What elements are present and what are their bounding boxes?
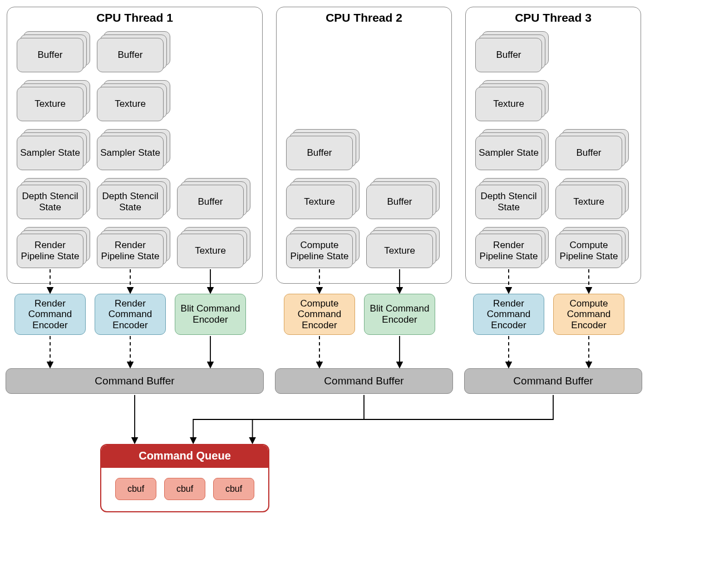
resource-stack-rps: Render Pipeline State: [17, 227, 90, 270]
cbuf-chip: cbuf: [115, 478, 156, 500]
stack-label: Buffer: [475, 38, 542, 72]
cce-encoder: Compute Command Encoder: [553, 294, 624, 335]
resource-stack-depth: Depth Stencil State: [17, 178, 90, 221]
stack-label: Buffer: [286, 136, 353, 170]
resource-stack-texture: Texture: [286, 178, 360, 221]
resource-stack-buffer: Buffer: [555, 129, 629, 172]
resource-stack-texture: Texture: [366, 227, 440, 270]
resource-stack-texture: Texture: [475, 80, 549, 123]
stack-label: Render Pipeline State: [97, 234, 164, 268]
stack-label: Depth Stencil State: [97, 185, 164, 219]
queue-title: Command Queue: [101, 445, 268, 468]
cbuf-chip: cbuf: [213, 478, 254, 500]
cce-encoder: Compute Command Encoder: [284, 294, 355, 335]
stack-label: Texture: [17, 87, 83, 121]
stack-label: Depth Stencil State: [475, 185, 542, 219]
thread-title: CPU Thread 1: [7, 11, 263, 24]
thread-title: CPU Thread 2: [276, 11, 452, 24]
command-buffer: Command Buffer: [464, 368, 642, 394]
resource-stack-texture: Texture: [177, 227, 250, 270]
resource-stack-texture: Texture: [555, 178, 629, 221]
stack-label: Render Pipeline State: [475, 234, 542, 268]
stack-label: Texture: [177, 234, 244, 268]
stack-label: Texture: [97, 87, 164, 121]
stack-label: Buffer: [97, 38, 164, 72]
stack-label: Buffer: [177, 185, 244, 219]
command-buffer: Command Buffer: [6, 368, 264, 394]
resource-stack-cps: Compute Pipeline State: [286, 227, 360, 270]
stack-label: Sampler State: [475, 136, 542, 170]
stack-label: Sampler State: [17, 136, 83, 170]
resource-stack-buffer: Buffer: [17, 31, 90, 75]
thread-title: CPU Thread 3: [465, 11, 641, 24]
cbuf-chip: cbuf: [164, 478, 205, 500]
resource-stack-sampler: Sampler State: [97, 129, 170, 172]
resource-stack-cps: Compute Pipeline State: [555, 227, 629, 270]
stack-label: Texture: [475, 87, 542, 121]
stack-label: Depth Stencil State: [17, 185, 83, 219]
rce-encoder: Render Command Encoder: [473, 294, 544, 335]
resource-stack-buffer: Buffer: [97, 31, 170, 75]
stack-label: Buffer: [17, 38, 83, 72]
resource-stack-sampler: Sampler State: [17, 129, 90, 172]
resource-stack-buffer: Buffer: [177, 178, 250, 221]
resource-stack-depth: Depth Stencil State: [475, 178, 549, 221]
stack-label: Buffer: [366, 185, 433, 219]
stack-label: Texture: [555, 185, 622, 219]
stack-label: Texture: [286, 185, 353, 219]
stack-label: Buffer: [555, 136, 622, 170]
resource-stack-buffer: Buffer: [286, 129, 360, 172]
resource-stack-rps: Render Pipeline State: [97, 227, 170, 270]
stack-label: Texture: [366, 234, 433, 268]
bce-encoder: Blit Command Encoder: [175, 294, 246, 335]
command-queue: Command Queuecbufcbufcbuf: [100, 444, 269, 512]
resource-stack-sampler: Sampler State: [475, 129, 549, 172]
command-buffer: Command Buffer: [275, 368, 453, 394]
bce-encoder: Blit Command Encoder: [364, 294, 435, 335]
stack-label: Sampler State: [97, 136, 164, 170]
resource-stack-texture: Texture: [97, 80, 170, 123]
stack-label: Compute Pipeline State: [555, 234, 622, 268]
resource-stack-buffer: Buffer: [475, 31, 549, 75]
resource-stack-rps: Render Pipeline State: [475, 227, 549, 270]
resource-stack-texture: Texture: [17, 80, 90, 123]
resource-stack-depth: Depth Stencil State: [97, 178, 170, 221]
rce-encoder: Render Command Encoder: [14, 294, 86, 335]
rce-encoder: Render Command Encoder: [95, 294, 166, 335]
resource-stack-buffer: Buffer: [366, 178, 440, 221]
stack-label: Compute Pipeline State: [286, 234, 353, 268]
stack-label: Render Pipeline State: [17, 234, 83, 268]
